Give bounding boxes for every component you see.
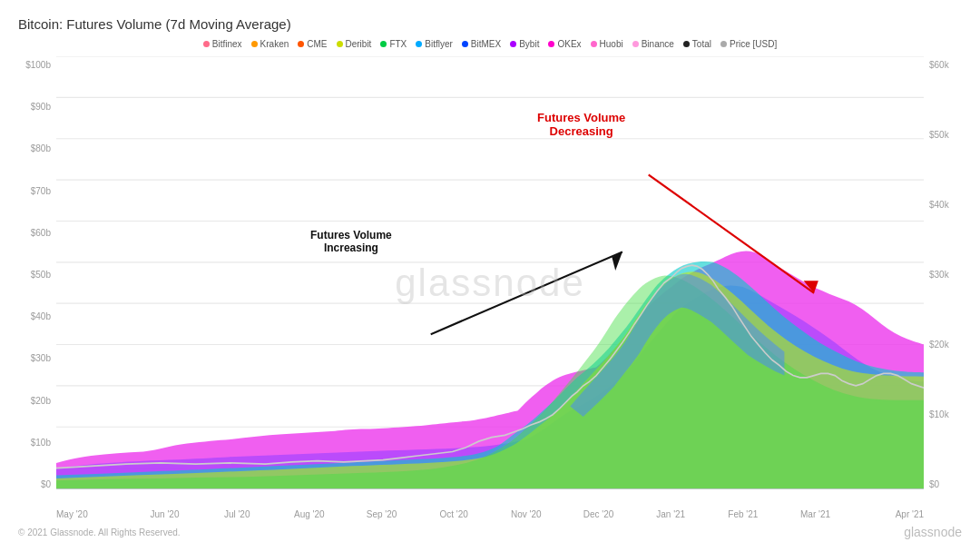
legend-dot — [298, 41, 304, 47]
y-axis-right-label: $30k — [929, 270, 949, 280]
legend-dot — [416, 41, 422, 47]
legend-item-binance: Binance — [632, 39, 674, 49]
legend-dot — [462, 41, 468, 47]
legend-item-bitmex: BitMEX — [462, 39, 501, 49]
y-axis-left-label: $10b — [31, 438, 51, 448]
y-axis-left-label: $30b — [31, 353, 51, 363]
chart-title: Bitcoin: Futures Volume (7d Moving Avera… — [18, 16, 962, 32]
x-axis-label: Jun '20 — [129, 509, 201, 519]
x-axis-label: May '20 — [56, 509, 129, 519]
legend-dot — [720, 41, 727, 47]
x-axis-label: Sep '20 — [346, 509, 418, 519]
legend-label: OKEx — [557, 39, 581, 49]
y-axis-left-label: $0 — [41, 479, 51, 489]
y-axis-left-label: $80b — [31, 143, 51, 153]
legend-dot — [510, 41, 516, 47]
y-axis-left-label: $40b — [31, 311, 51, 321]
y-axis-right-label: $40k — [929, 200, 949, 210]
legend-label: Price [USD] — [730, 39, 777, 49]
legend-label: Bybit — [519, 39, 539, 49]
legend-dot — [591, 41, 597, 47]
legend-dot — [548, 41, 554, 47]
legend-item-bitflyer: Bitflyer — [416, 39, 453, 49]
copyright-text: © 2021 Glassnode. All Rights Reserved. — [18, 527, 181, 537]
legend-dot — [203, 41, 210, 47]
y-axis-left: $100b$90b$80b$70b$60b$50b$40b$30b$20b$10… — [18, 56, 56, 509]
x-axis-label: Aug '20 — [273, 509, 346, 519]
y-axis-right-label: $60k — [929, 60, 949, 70]
legend-label: CME — [307, 39, 327, 49]
y-axis-left-label: $70b — [31, 186, 51, 196]
footer-logo: glassnode — [904, 525, 962, 539]
legend-label: Bitfinex — [212, 39, 242, 49]
legend-dot — [683, 41, 690, 47]
y-axis-left-label: $100b — [25, 60, 51, 70]
legend-item-total: Total — [683, 39, 711, 49]
legend-dot — [337, 41, 343, 47]
legend-item-huobi: Huobi — [591, 39, 623, 49]
legend-item-okex: OKEx — [548, 39, 581, 49]
y-axis-right-label: $20k — [929, 340, 949, 350]
x-axis-label: Dec '20 — [563, 509, 635, 519]
legend-label: Kraken — [260, 39, 289, 49]
legend-item-ftx: FTX — [380, 39, 407, 49]
y-axis-right-label: $10k — [929, 409, 949, 419]
legend-dot — [251, 41, 258, 47]
y-axis-left-label: $90b — [31, 102, 51, 112]
x-axis-labels: May '20Jun '20Jul '20Aug '20Sep '20Oct '… — [56, 509, 924, 519]
y-axis-left-label: $20b — [31, 396, 51, 406]
x-axis-label: Feb '21 — [707, 509, 779, 519]
y-axis-right-label: $0 — [929, 479, 939, 489]
legend-dot — [632, 41, 639, 47]
legend-label: FTX — [389, 39, 407, 49]
y-axis-right-label: $50k — [929, 130, 949, 140]
svg-line-13 — [431, 251, 622, 334]
legend-label: Binance — [642, 39, 674, 49]
legend-item-price--usd-: Price [USD] — [720, 39, 777, 49]
footer: © 2021 Glassnode. All Rights Reserved. g… — [18, 525, 962, 539]
main-container: Bitcoin: Futures Volume (7d Moving Avera… — [0, 0, 980, 552]
legend-label: BitMEX — [471, 39, 501, 49]
legend-label: Total — [692, 39, 711, 49]
x-axis-label: Mar '21 — [779, 509, 852, 519]
legend-dot — [380, 41, 387, 47]
x-axis-label: Oct '20 — [417, 509, 490, 519]
x-axis-label: Apr '21 — [851, 509, 924, 519]
chart-legend: BitfinexKrakenCMEDeribitFTXBitflyerBitME… — [18, 39, 962, 49]
chart-inner: glassnode Futures VolumeIncreasing Futur… — [56, 56, 924, 509]
chart-svg — [56, 56, 924, 509]
chart-area: $100b$90b$80b$70b$60b$50b$40b$30b$20b$10… — [18, 56, 962, 509]
legend-item-cme: CME — [298, 39, 327, 49]
y-axis-left-label: $60b — [31, 228, 51, 238]
legend-item-deribit: Deribit — [337, 39, 372, 49]
legend-label: Deribit — [346, 39, 372, 49]
legend-label: Bitflyer — [425, 39, 453, 49]
legend-item-kraken: Kraken — [251, 39, 289, 49]
x-axis-label: Jan '21 — [634, 509, 707, 519]
x-axis-label: Jul '20 — [201, 509, 273, 519]
x-axis-label: Nov '20 — [490, 509, 563, 519]
legend-label: Huobi — [600, 39, 623, 49]
y-axis-right: $60k$50k$40k$30k$20k$10k$0 — [924, 56, 962, 509]
legend-item-bitfinex: Bitfinex — [203, 39, 242, 49]
legend-item-bybit: Bybit — [510, 39, 539, 49]
y-axis-left-label: $50b — [31, 270, 51, 280]
